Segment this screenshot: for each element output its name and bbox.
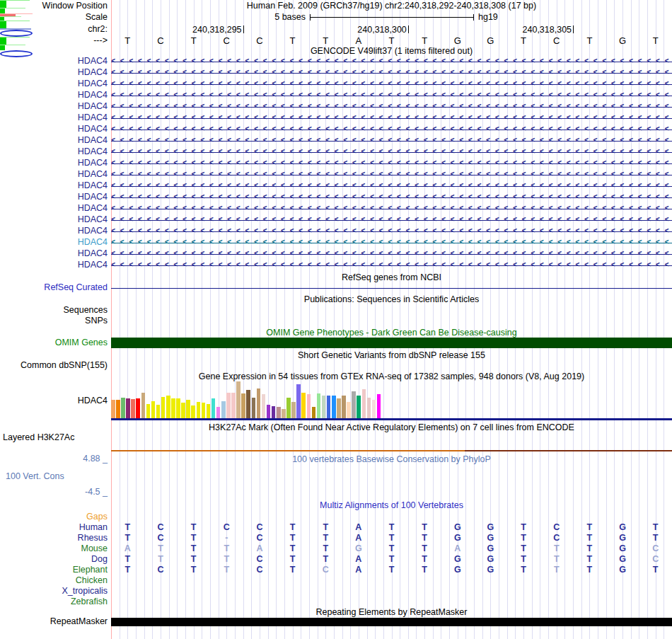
dbsnp-track-label[interactable]: Common dbSNP(155) — [0, 361, 108, 370]
transcript-line[interactable]: <<<<<<<<<<<<<<<<<<<<<<<<<<<<<<<<<<<<<<<<… — [111, 113, 672, 124]
gene-label[interactable]: HDAC4 — [0, 238, 108, 247]
gtex-bar[interactable] — [231, 393, 236, 418]
transcript-line[interactable]: <<<<<<<<<<<<<<<<<<<<<<<<<<<<<<<<<<<<<<<<… — [111, 56, 672, 67]
gtex-bar[interactable] — [171, 398, 175, 418]
refseq-title[interactable]: RefSeq genes from NCBI — [111, 273, 672, 282]
gtex-bar[interactable] — [332, 396, 336, 418]
gene-label[interactable]: HDAC4 — [0, 79, 108, 88]
gtex-bar[interactable] — [277, 407, 281, 418]
gene-label[interactable]: HDAC4 — [0, 91, 108, 100]
gtex-bar[interactable] — [176, 398, 180, 418]
gtex-bar[interactable] — [111, 400, 115, 418]
gtex-bar[interactable] — [362, 389, 366, 418]
publications-title[interactable]: Publications: Sequences in Scientific Ar… — [111, 295, 672, 304]
gtex-bar[interactable] — [357, 396, 361, 418]
h3k27ac-track-label[interactable]: Layered H3K27Ac — [3, 433, 74, 442]
gtex-bar[interactable] — [322, 396, 326, 418]
gene-label[interactable]: HDAC4 — [0, 260, 108, 270]
gene-label[interactable]: HDAC4 — [0, 215, 108, 224]
h3k27ac-title[interactable]: H3K27Ac Mark (Often Found Near Active Re… — [111, 423, 672, 432]
gene-label[interactable]: HDAC4 — [0, 113, 108, 122]
conservation-title[interactable]: 100 vertebrates Basewise Conservation by… — [111, 455, 672, 464]
gtex-bar[interactable] — [116, 400, 120, 418]
gtex-bar[interactable] — [267, 405, 271, 418]
transcript-line[interactable]: <<<<<<<<<<<<<<<<<<<<<<<<<<<<<<<<<<<<<<<<… — [111, 192, 672, 203]
gtex-bar[interactable] — [307, 394, 311, 418]
transcript-line[interactable]: <<<<<<<<<<<<<<<<<<<<<<<<<<<<<<<<<<<<<<<<… — [111, 90, 672, 101]
transcript-line[interactable]: <<<<<<<<<<<<<<<<<<<<<<<<<<<<<<<<<<<<<<<<… — [111, 248, 672, 260]
gene-label[interactable]: HDAC4 — [0, 226, 108, 236]
gtex-bar[interactable] — [312, 407, 316, 418]
gtex-bar[interactable] — [342, 396, 346, 418]
transcript-line[interactable]: <<<<<<<<<<<<<<<<<<<<<<<<<<<<<<<<<<<<<<<<… — [111, 135, 672, 146]
species-label[interactable]: Rhesus — [0, 533, 108, 543]
gtex-bar[interactable] — [121, 398, 125, 418]
gtex-bar[interactable] — [156, 405, 161, 418]
omim-title[interactable]: OMIM Gene Phenotypes - Dark Green Can Be… — [111, 328, 672, 338]
gtex-bar[interactable] — [246, 390, 250, 418]
gtex-bar[interactable] — [282, 409, 286, 418]
gtex-title[interactable]: Gene Expression in 54 tissues from GTEx … — [111, 372, 672, 381]
conservation-track-label[interactable]: 100 Vert. Cons — [6, 472, 64, 481]
multiz-title[interactable]: Multiz Alignments of 100 Vertebrates — [111, 501, 672, 510]
gtex-bar[interactable] — [286, 398, 291, 418]
sequences-track-label[interactable]: Sequences — [0, 306, 108, 315]
gene-label[interactable]: HDAC4 — [0, 170, 108, 179]
gtex-bar[interactable] — [301, 393, 306, 418]
gtex-bar[interactable] — [141, 393, 146, 418]
transcript-line[interactable]: <<<<<<<<<<<<<<<<<<<<<<<<<<<<<<<<<<<<<<<<… — [111, 260, 672, 271]
gene-label[interactable]: HDAC4 — [0, 181, 108, 190]
gtex-bar[interactable] — [226, 393, 231, 418]
gene-label[interactable]: HDAC4 — [0, 125, 108, 134]
species-label[interactable]: X_tropicalis — [0, 586, 108, 597]
species-label[interactable]: Zebrafish — [0, 597, 108, 607]
gtex-bar[interactable] — [377, 394, 381, 418]
transcript-line[interactable]: <<<<<<<<<<<<<<<<<<<<<<<<<<<<<<<<<<<<<<<<… — [111, 124, 672, 135]
transcript-line[interactable]: <<<<<<<<<<<<<<<<<<<<<<<<<<<<<<<<<<<<<<<<… — [111, 146, 672, 158]
repeatmasker-track-label[interactable]: RepeatMasker — [0, 617, 108, 626]
gtex-bar[interactable] — [262, 394, 266, 418]
gene-label[interactable]: HDAC4 — [0, 204, 108, 213]
gtex-bar[interactable] — [372, 400, 376, 418]
transcript-line[interactable]: <<<<<<<<<<<<<<<<<<<<<<<<<<<<<<<<<<<<<<<<… — [111, 169, 672, 180]
gtex-bar[interactable] — [272, 406, 276, 418]
species-label[interactable]: Mouse — [0, 543, 108, 554]
gtex-bar[interactable] — [181, 403, 185, 418]
repeatmasker-bar[interactable] — [111, 618, 672, 626]
gtex-bar[interactable] — [337, 398, 341, 418]
species-label[interactable]: Human — [0, 522, 108, 533]
gtex-bar[interactable] — [146, 404, 151, 418]
omim-gene-bar[interactable] — [111, 338, 672, 348]
gtex-track-label[interactable]: HDAC4 — [0, 396, 108, 405]
gtex-bar[interactable] — [296, 384, 301, 418]
gtex-bar[interactable] — [191, 405, 195, 418]
gene-label[interactable]: HDAC4 — [0, 102, 108, 111]
gtex-bar[interactable] — [257, 388, 261, 418]
gtex-bar[interactable] — [126, 398, 130, 418]
gene-label[interactable]: HDAC4 — [0, 249, 108, 258]
omim-track-label[interactable]: OMIM Genes — [0, 338, 108, 347]
h3k27ac-baseline[interactable] — [111, 450, 672, 451]
transcript-line[interactable]: <<<<<<<<<<<<<<<<<<<<<<<<<<<<<<<<<<<<<<<<… — [111, 214, 672, 226]
gtex-bar[interactable] — [136, 398, 140, 418]
gtex-bar[interactable] — [367, 398, 371, 418]
transcript-line[interactable]: <<<<<<<<<<<<<<<<<<<<<<<<<<<<<<<<<<<<<<<<… — [111, 101, 672, 113]
dbsnp-title[interactable]: Short Genetic Variants from dbSNP releas… — [111, 351, 672, 360]
transcript-line[interactable]: <<<<<<<<<<<<<<<<<<<<<<<<<<<<<<<<<<<<<<<<… — [111, 158, 672, 169]
transcript-line[interactable]: <<<<<<<<<<<<<<<<<<<<<<<<<<<<<<<<<<<<<<<<… — [111, 79, 672, 90]
gene-label[interactable]: HDAC4 — [0, 68, 108, 77]
gtex-bar[interactable] — [236, 381, 241, 418]
gtex-bar[interactable] — [166, 396, 170, 418]
gtex-bar[interactable] — [317, 393, 321, 418]
species-label[interactable]: Elephant — [0, 565, 108, 575]
gtex-bar[interactable] — [252, 398, 256, 418]
transcript-line[interactable]: <<<<<<<<<<<<<<<<<<<<<<<<<<<<<<<<<<<<<<<<… — [111, 226, 672, 237]
gencode-title[interactable]: GENCODE V49lift37 (1 items filtered out) — [111, 47, 672, 56]
transcript-line[interactable]: <<<<<<<<<<<<<<<<<<<<<<<<<<<<<<<<<<<<<<<<… — [111, 203, 672, 214]
gtex-bar[interactable] — [186, 400, 190, 418]
gtex-bar[interactable] — [241, 393, 245, 418]
gtex-bar[interactable] — [327, 396, 331, 418]
snps-track-label[interactable]: SNPs — [0, 316, 108, 326]
repeatmasker-title[interactable]: Repeating Elements by RepeatMasker — [111, 608, 672, 617]
refseq-track-label[interactable]: RefSeq Curated — [0, 283, 108, 292]
